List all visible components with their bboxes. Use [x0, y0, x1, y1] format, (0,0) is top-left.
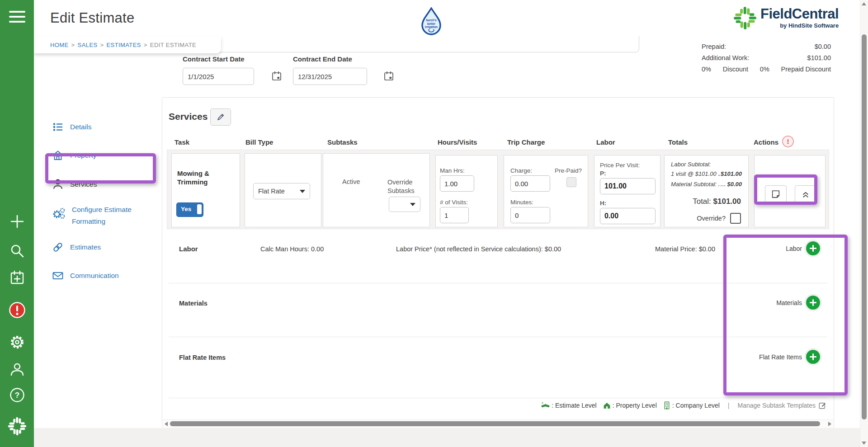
labor-price-note: Labor Price* (not reflected in Service c… — [396, 245, 561, 253]
additional-work-value: $101.00 — [807, 54, 831, 61]
bill-type-value: Flat Rate — [258, 188, 285, 195]
brand-name: FieldCentral — [760, 6, 839, 22]
breadcrumb-separator: > — [144, 42, 147, 48]
add-materials: Materials — [776, 296, 820, 310]
add-materials-button[interactable] — [806, 296, 820, 310]
page-title: Edit Estimate — [50, 10, 135, 26]
house-icon — [603, 402, 611, 409]
help-icon[interactable]: ? — [9, 387, 25, 403]
contract-end-label: Contract End Date — [293, 55, 352, 63]
vertical-scrollbar-thumb[interactable] — [862, 34, 867, 419]
nav-item-configure-estimate-formatting[interactable]: Configure Estimate Formatting — [52, 204, 146, 227]
scroll-down-arrow[interactable] — [862, 442, 866, 445]
manage-subtask-templates-link[interactable]: Manage Subtask Templates — [737, 401, 826, 409]
breadcrumb-separator: > — [100, 42, 104, 48]
override-line: Override? — [697, 213, 741, 224]
envelope-icon — [52, 270, 64, 282]
price-p-label: P: — [600, 170, 606, 177]
add-flat-rate-label: Flat Rate Items — [759, 353, 802, 361]
price-h-label: H: — [600, 200, 606, 207]
prepaid-discount-pct: 0% — [760, 66, 769, 73]
bill-type-select[interactable]: Flat Rate — [253, 183, 310, 199]
nav-item-property[interactable]: Property — [52, 150, 97, 161]
column-header-task: Task — [175, 138, 189, 146]
link-icon — [52, 241, 64, 253]
company-level-label: : Company Level — [672, 402, 720, 409]
vertical-scrollbar — [860, 0, 868, 447]
search-icon[interactable] — [10, 244, 24, 258]
settings-icon[interactable] — [9, 334, 25, 350]
add-flat-rate-button[interactable] — [806, 350, 820, 364]
prepaid-checkbox[interactable] — [566, 177, 576, 187]
breadcrumb-sales[interactable]: SALES — [78, 42, 98, 48]
override-label: Override? — [697, 215, 726, 222]
price-p-input[interactable] — [600, 178, 656, 194]
fieldcentral-mark-icon[interactable] — [8, 417, 27, 436]
breadcrumb-estimates[interactable]: ESTIMATES — [107, 42, 141, 48]
svg-text:?: ? — [14, 391, 19, 400]
breadcrumb-current: EDIT ESTIMATE — [150, 42, 196, 48]
scroll-left-arrow[interactable] — [165, 422, 168, 426]
man-hrs-label: Man Hrs: — [440, 167, 465, 174]
page-background-strip — [34, 428, 860, 447]
account-icon[interactable] — [9, 362, 25, 377]
scroll-up-arrow[interactable] — [862, 2, 866, 5]
nav-item-communication[interactable]: Communication — [52, 270, 119, 282]
total-line: Total: $101.00 — [693, 197, 741, 206]
svg-text:burch's: burch's — [426, 19, 437, 22]
chevron-down-icon — [410, 203, 415, 206]
add-icon[interactable] — [10, 214, 24, 229]
nav-item-estimates[interactable]: Estimates — [52, 241, 101, 253]
contract-end-calendar-icon[interactable] — [383, 71, 394, 81]
override-checkbox[interactable] — [730, 213, 741, 224]
scroll-right-arrow[interactable] — [828, 422, 831, 426]
visits-input[interactable] — [440, 207, 469, 223]
discount-pct: 0% — [702, 66, 711, 73]
svg-text:better: better — [427, 22, 436, 25]
manage-subtask-templates-label: Manage Subtask Templates — [737, 402, 816, 409]
prepaid-discount-label: Prepaid Discount — [781, 66, 831, 73]
price-per-visit-label: Price Per Visit: — [600, 162, 640, 169]
task-name: Mowing & Trimming — [177, 169, 236, 186]
contract-end-input[interactable] — [293, 68, 367, 85]
minutes-input[interactable] — [510, 207, 550, 223]
nav-item-services[interactable]: Services — [52, 179, 97, 190]
override-subtasks-label: Override Subtasks — [387, 178, 424, 195]
column-header-labor: Labor — [596, 138, 615, 146]
breadcrumb-separator: > — [71, 42, 75, 48]
handshake-icon — [541, 402, 550, 409]
menu-icon[interactable] — [9, 10, 25, 24]
horizontal-scrollbar-thumb[interactable] — [170, 421, 820, 426]
prepaid-label: Prepaid: — [702, 43, 726, 50]
task-active-toggle[interactable]: Yes — [176, 202, 203, 217]
nav-item-details[interactable]: Details — [52, 121, 91, 133]
bill-type-cell: Flat Rate — [245, 153, 321, 227]
materials-section-title: Materials — [179, 300, 208, 307]
actions-warning-icon — [782, 136, 794, 147]
charge-input[interactable] — [510, 175, 550, 192]
app-rail: ? — [0, 0, 34, 447]
subtasks-cell: Active Override Subtasks — [323, 153, 430, 227]
services-panel: Services Task Bill Type Subtasks Hours/V… — [162, 97, 834, 428]
note-button[interactable] — [765, 185, 787, 203]
breadcrumb-home[interactable]: HOME — [50, 42, 69, 48]
price-h-input[interactable] — [600, 208, 656, 224]
override-subtasks-select[interactable] — [389, 197, 420, 212]
edit-estimate-page: ? Edit Estimate burch's better irrigatio… — [0, 0, 868, 447]
collapse-button[interactable] — [795, 185, 816, 203]
man-hrs-input[interactable] — [440, 175, 474, 192]
actions-cell — [754, 155, 826, 227]
schedule-add-icon[interactable] — [10, 270, 24, 285]
company-level-item: : Company Level — [663, 401, 720, 409]
contract-start-input[interactable] — [183, 68, 254, 85]
add-labor-label: Labor — [786, 245, 802, 252]
edit-services-button[interactable] — [210, 108, 231, 126]
nav-item-label: Estimates — [70, 241, 101, 253]
add-labor-button[interactable] — [806, 241, 820, 255]
section-divider — [169, 398, 827, 398]
column-header-totals: Totals — [668, 138, 688, 146]
alerts-icon[interactable] — [9, 301, 26, 319]
brand-logo: FieldCentral by HindSite Software — [733, 6, 839, 30]
toggle-knob — [197, 204, 202, 214]
contract-start-calendar-icon[interactable] — [271, 71, 282, 81]
